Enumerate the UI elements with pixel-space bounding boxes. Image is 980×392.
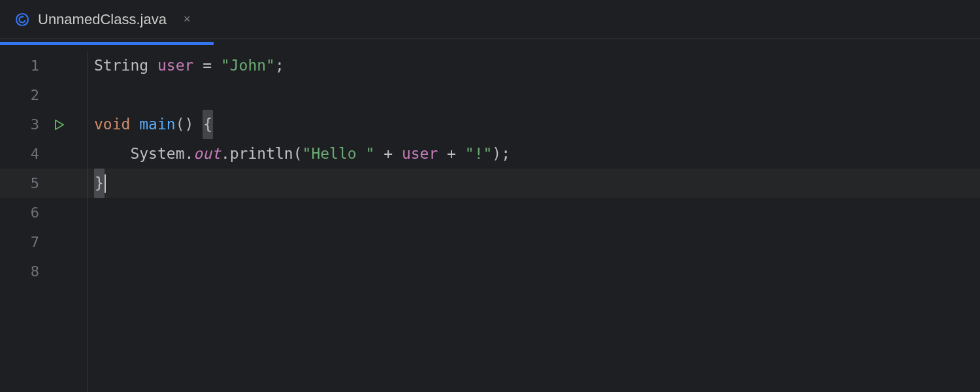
code-line[interactable]: void main() { (94, 110, 980, 139)
tab-unnamedclass[interactable]: UnnamedClass.java × (0, 0, 207, 39)
code-token: void (94, 110, 139, 139)
code-token: . (184, 139, 193, 169)
tab-filename: UnnamedClass.java (38, 11, 167, 28)
code-line[interactable]: System.out.println("Hello " + user + "!"… (94, 139, 980, 169)
code-token: out (193, 139, 221, 169)
code-token: println (230, 139, 293, 169)
gutter-line[interactable]: 3 (0, 110, 88, 139)
gutter-line[interactable]: 4 (0, 139, 88, 169)
code-line[interactable] (94, 198, 980, 227)
code-token: + (374, 139, 402, 169)
code-editor[interactable]: 12345678 String user = "John";void main(… (0, 39, 980, 392)
code-token: main (139, 110, 175, 139)
code-token (94, 139, 130, 169)
code-token: String (94, 51, 157, 80)
svg-point-0 (16, 14, 28, 25)
close-icon[interactable]: × (181, 11, 193, 27)
gutter-line[interactable]: 7 (0, 227, 88, 257)
code-line[interactable]: String user = "John"; (94, 51, 980, 80)
code-token: + (438, 139, 465, 169)
code-token: () (176, 110, 203, 139)
code-token: user (402, 139, 438, 169)
tab-bar: UnnamedClass.java × (0, 0, 980, 39)
text-caret (105, 174, 106, 193)
code-token: "John" (221, 51, 275, 80)
code-token: "!" (465, 139, 493, 169)
code-token: . (221, 139, 230, 169)
run-icon[interactable] (54, 119, 65, 131)
code-line[interactable] (94, 227, 980, 257)
code-token: user (157, 51, 193, 80)
gutter: 12345678 (0, 51, 88, 392)
code-token: "Hello " (302, 139, 375, 169)
code-token: ( (293, 139, 302, 169)
code-area[interactable]: String user = "John";void main() { Syste… (88, 51, 980, 392)
code-token: ) (492, 139, 501, 169)
code-token: ; (501, 139, 510, 169)
gutter-line[interactable]: 6 (0, 198, 88, 227)
class-icon (14, 12, 30, 27)
svg-point-1 (18, 15, 27, 24)
code-token: ; (275, 51, 284, 80)
gutter-line[interactable]: 5 (0, 169, 88, 198)
code-line[interactable] (94, 80, 980, 110)
code-token: System (130, 139, 184, 169)
code-token: } (94, 169, 105, 198)
gutter-line[interactable]: 2 (0, 80, 88, 110)
code-line[interactable] (94, 257, 980, 286)
code-line[interactable]: } (94, 169, 980, 198)
code-token: { (203, 110, 213, 139)
code-token: = (193, 51, 221, 80)
gutter-line[interactable]: 8 (0, 257, 88, 286)
gutter-line[interactable]: 1 (0, 51, 88, 80)
